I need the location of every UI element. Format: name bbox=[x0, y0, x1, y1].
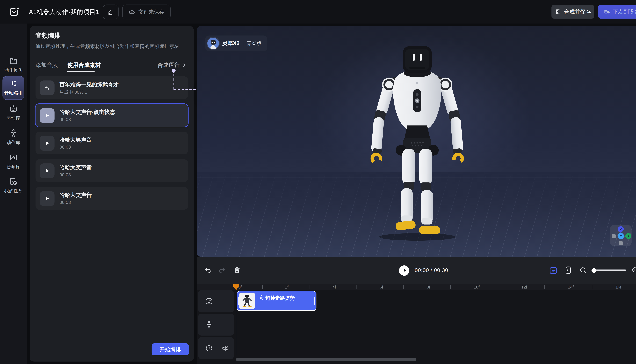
synthesize-voice-label: 合成语音 bbox=[157, 62, 180, 69]
audio-item-title: 百年难得一见的练武奇才 bbox=[60, 81, 119, 88]
track-header-motion[interactable] bbox=[198, 314, 234, 336]
play-button[interactable] bbox=[40, 163, 55, 178]
guide-connector-hline bbox=[174, 89, 199, 90]
svg-text:Y: Y bbox=[620, 234, 622, 238]
model-edition: 青春版 bbox=[246, 40, 261, 47]
deploy-to-device-button[interactable]: 下发到设备 bbox=[598, 5, 636, 18]
gizmo-axis-negx[interactable] bbox=[611, 234, 616, 238]
badge-divider bbox=[243, 41, 243, 46]
svg-text:X: X bbox=[627, 234, 629, 238]
file-status-label: 文件未保存 bbox=[138, 8, 164, 16]
running-person-icon bbox=[259, 295, 264, 300]
sparkles-icon bbox=[9, 79, 18, 88]
audio-item-title: 哈哈大笑声音 bbox=[60, 192, 92, 199]
audio-item[interactable]: 哈哈大笑声音 00:03 bbox=[36, 132, 188, 154]
robot-avatar bbox=[207, 38, 219, 49]
time-display: 00:00 / 00:30 bbox=[415, 257, 448, 284]
ruler-tick bbox=[356, 285, 357, 289]
rail-item-audio-library[interactable]: 音频库 bbox=[2, 153, 25, 170]
orientation-gizmo[interactable]: Z X Y bbox=[610, 225, 631, 246]
timeline-zoom-slider[interactable] bbox=[592, 270, 626, 271]
audio-item[interactable]: 哈哈大笑声音 00:03 bbox=[36, 187, 188, 210]
wink-face-icon bbox=[205, 297, 213, 306]
rail-item-expression-library[interactable]: 表情库 bbox=[2, 104, 25, 122]
guide-connector-dot bbox=[172, 69, 176, 72]
delete-icon[interactable] bbox=[233, 266, 241, 274]
range-mode-icon[interactable] bbox=[565, 266, 572, 274]
sparkles-icon bbox=[40, 80, 55, 95]
project-title: A1机器人动作-我的项目1 bbox=[29, 0, 99, 24]
ruler-tick bbox=[592, 285, 592, 289]
undo-icon[interactable] bbox=[204, 267, 211, 274]
ruler-tick bbox=[309, 285, 309, 289]
svg-text:Z: Z bbox=[620, 227, 622, 231]
gizmo-axis-z[interactable]: Z bbox=[618, 226, 624, 232]
timeline-ruler[interactable]: 0f 2f 4f 6f 8f 10f 12f 14f 16f bbox=[197, 284, 636, 290]
clip-label: 超帅走路姿势 bbox=[265, 294, 295, 302]
zoom-out-icon[interactable] bbox=[579, 267, 587, 274]
audio-item-generating[interactable]: 百年难得一见的练武奇才 生成中 30% ... bbox=[36, 76, 188, 99]
model-name: 灵犀X2 bbox=[222, 40, 239, 47]
robot-download-icon bbox=[603, 8, 610, 15]
speaker-icon[interactable] bbox=[221, 344, 230, 352]
cloud-unsaved-icon bbox=[128, 8, 135, 16]
play-button[interactable] bbox=[40, 136, 55, 150]
play-button[interactable] bbox=[40, 108, 55, 123]
timeline: 0f 2f 4f 6f 8f 10f 12f 14f 16f bbox=[197, 284, 636, 364]
gizmo-axis-negz[interactable] bbox=[618, 241, 623, 246]
viewport-3d[interactable]: 灵犀X2 青春版 Z X Y bbox=[197, 26, 636, 257]
track-header-expression[interactable] bbox=[198, 290, 234, 312]
file-status-button[interactable]: 文件未保存 bbox=[122, 4, 170, 20]
audio-item-title: 哈哈大笑声音 bbox=[60, 136, 92, 144]
audio-item-duration: 00:03 bbox=[60, 144, 71, 150]
ruler-label: 6f bbox=[380, 284, 383, 289]
gizmo-axis-y[interactable]: Y bbox=[618, 233, 624, 239]
rail-item-label: 动作模仿 bbox=[4, 67, 23, 74]
audio-item-duration: 00:03 bbox=[60, 200, 71, 205]
motion-clip[interactable]: 超帅走路姿势 bbox=[237, 291, 316, 311]
save-icon bbox=[555, 9, 561, 15]
play-button[interactable] bbox=[399, 265, 409, 276]
rail-item-label: 动作库 bbox=[7, 140, 20, 146]
rail-item-label: 表情库 bbox=[7, 115, 20, 122]
synthesize-save-button[interactable]: 合成并保存 bbox=[551, 5, 594, 18]
ruler-tick bbox=[450, 285, 451, 289]
play-button[interactable] bbox=[40, 191, 55, 206]
tab-use-synth-material[interactable]: 使用合成素材 bbox=[67, 62, 101, 69]
gizmo-axis-x[interactable]: X bbox=[625, 233, 631, 239]
app-logo-icon[interactable] bbox=[8, 5, 21, 18]
clip-right-handle[interactable] bbox=[314, 297, 315, 305]
task-clock-icon bbox=[9, 177, 18, 186]
tab-add-audio[interactable]: 添加音频 bbox=[36, 62, 58, 69]
rail-item-audio-arrange[interactable]: 音频编排 bbox=[3, 76, 24, 100]
track-header-audio[interactable] bbox=[198, 337, 234, 359]
zoom-in-icon[interactable] bbox=[631, 267, 636, 274]
rail-item-label: 音频编排 bbox=[4, 90, 23, 96]
ruler-label: 0f bbox=[238, 284, 242, 289]
slider-thumb[interactable] bbox=[591, 268, 596, 272]
robot-face-icon bbox=[9, 104, 18, 113]
clip-left-handle[interactable] bbox=[238, 297, 239, 305]
horizontal-scrollbar[interactable] bbox=[236, 358, 416, 361]
audio-item-selected[interactable]: 哈哈大笑声音-点击状态 00:03 bbox=[36, 104, 188, 127]
ruler-tick bbox=[262, 285, 263, 289]
rail-item-motion-mimic[interactable]: 动作模仿 bbox=[2, 56, 25, 74]
panel-title: 音频编排 bbox=[36, 32, 60, 40]
rename-project-button[interactable] bbox=[103, 4, 119, 20]
rail-item-motion-library[interactable]: 动作库 bbox=[2, 129, 25, 146]
save-button-label: 合成并保存 bbox=[564, 8, 591, 16]
ruler-tick bbox=[544, 285, 545, 289]
redo-icon[interactable] bbox=[218, 267, 225, 274]
audio-item-progress: 生成中 30% ... bbox=[60, 89, 89, 95]
rail-item-my-tasks[interactable]: 我的任务 bbox=[2, 177, 25, 194]
fit-view-icon[interactable] bbox=[549, 267, 557, 274]
synthesize-voice-link[interactable]: 合成语音 bbox=[157, 62, 186, 69]
screen: A1机器人动作-我的项目1 文件未保存 合成并 bbox=[0, 0, 636, 364]
app-root: A1机器人动作-我的项目1 文件未保存 合成并 bbox=[0, 0, 636, 364]
top-bar: A1机器人动作-我的项目1 文件未保存 合成并 bbox=[0, 0, 636, 24]
start-arrange-button[interactable]: 开始编排 bbox=[152, 344, 189, 355]
clip-thumbnail bbox=[239, 293, 255, 308]
transport-bar: 00:00 / 00:30 bbox=[197, 257, 636, 284]
audio-item[interactable]: 哈哈大笑声音 00:03 bbox=[36, 160, 188, 182]
robot-model bbox=[355, 44, 479, 243]
